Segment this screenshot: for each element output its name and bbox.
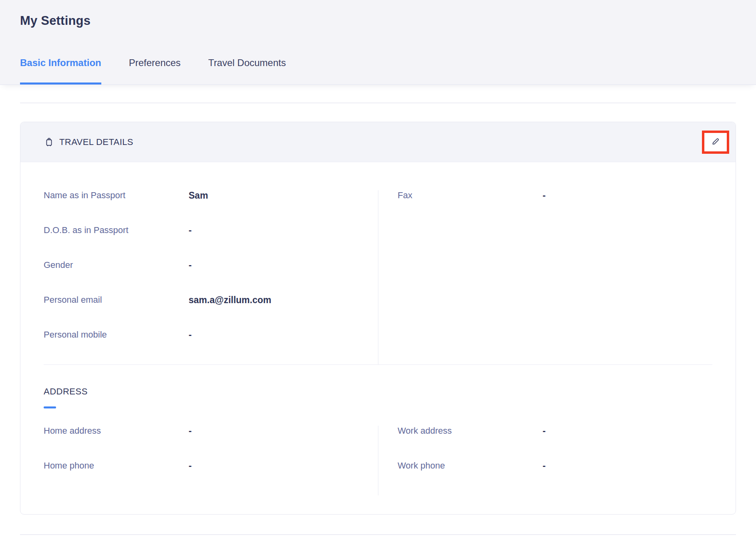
travel-fields-right-column: Fax- (378, 190, 736, 364)
field-value: - (189, 225, 192, 235)
page-header: My Settings Basic Information Preference… (0, 0, 756, 85)
field-row-personal-email: Personal emailsam.a@zillum.com (44, 295, 378, 305)
field-value: - (543, 190, 546, 201)
edit-highlight-box (702, 131, 729, 154)
field-row-fax: Fax- (398, 190, 736, 201)
tab-basic-information[interactable]: Basic Information (20, 57, 101, 84)
field-label: Personal mobile (44, 330, 189, 340)
field-label: Home address (44, 426, 189, 436)
tab-preferences[interactable]: Preferences (129, 57, 181, 84)
field-label: Gender (44, 260, 189, 270)
field-row-work-address: Work address- (398, 426, 736, 436)
address-heading-underline (44, 406, 56, 408)
field-label: Personal email (44, 295, 189, 305)
travel-fields-section: Name as in PassportSamD.O.B. as in Passp… (20, 190, 736, 364)
card-body: Name as in PassportSamD.O.B. as in Passp… (20, 162, 736, 514)
field-row-name-as-in-passport: Name as in PassportSam (44, 190, 378, 201)
address-fields-left-column: Home address-Home phone- (20, 426, 378, 495)
address-fields-right-column: Work address-Work phone- (378, 426, 736, 495)
field-value: sam.a@zillum.com (189, 295, 271, 305)
field-value: Sam (189, 190, 208, 201)
field-row-gender: Gender- (44, 260, 378, 270)
divider-below-card (20, 534, 736, 535)
pencil-icon (711, 137, 720, 147)
field-label: Work phone (398, 461, 543, 471)
field-row-home-phone: Home phone- (44, 461, 378, 471)
field-value: - (189, 426, 192, 436)
field-value: - (189, 330, 192, 340)
field-value: - (543, 461, 546, 471)
edit-travel-details-button[interactable] (704, 133, 727, 151)
card-title: TRAVEL DETAILS (59, 137, 133, 147)
field-label: Home phone (44, 461, 189, 471)
travel-fields-left-column: Name as in PassportSamD.O.B. as in Passp… (20, 190, 378, 364)
luggage-icon (44, 137, 54, 147)
field-value: - (543, 426, 546, 436)
field-label: D.O.B. as in Passport (44, 225, 189, 235)
section-divider (44, 364, 712, 365)
address-section-title: ADDRESS (44, 386, 736, 397)
page-title: My Settings (20, 14, 736, 28)
field-row-work-phone: Work phone- (398, 461, 736, 471)
card-header: TRAVEL DETAILS (20, 122, 736, 162)
field-label: Work address (398, 426, 543, 436)
field-row-personal-mobile: Personal mobile- (44, 330, 378, 340)
field-row-d-o-b-as-in-passport: D.O.B. as in Passport- (44, 225, 378, 235)
field-label: Name as in Passport (44, 190, 189, 201)
tab-travel-documents[interactable]: Travel Documents (208, 57, 286, 84)
tab-bar: Basic Information Preferences Travel Doc… (20, 57, 736, 84)
travel-details-card: TRAVEL DETAILS Name as in PassportSamD.O… (20, 122, 736, 515)
field-label: Fax (398, 190, 543, 201)
content-area: TRAVEL DETAILS Name as in PassportSamD.O… (0, 103, 756, 535)
divider-above-card (20, 103, 736, 103)
field-row-home-address: Home address- (44, 426, 378, 436)
field-value: - (189, 260, 192, 270)
address-fields-section: Home address-Home phone- Work address-Wo… (20, 426, 736, 495)
field-value: - (189, 461, 192, 471)
